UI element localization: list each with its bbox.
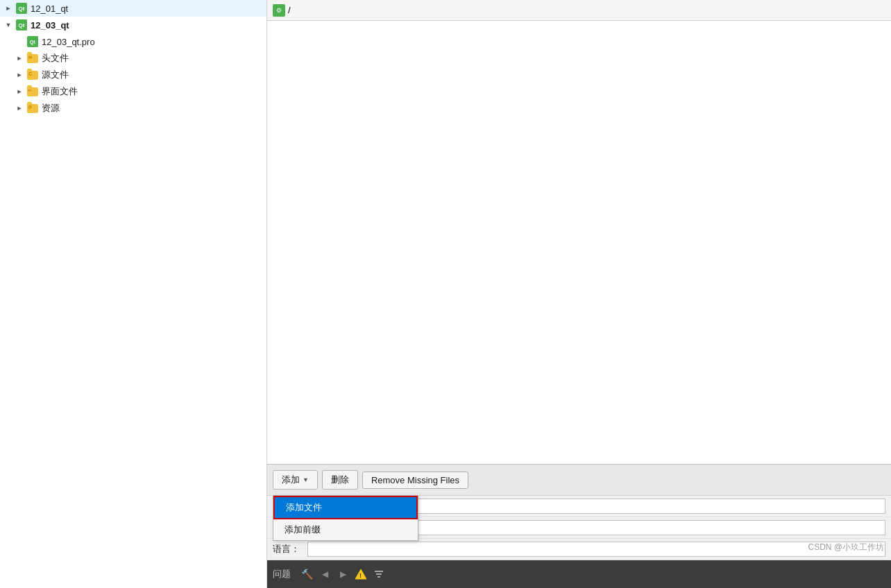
resource-icon: ⚙	[273, 4, 285, 17]
warning-icon[interactable]: !	[353, 567, 368, 582]
qt-file-icon: Qt	[26, 35, 39, 48]
expand-arrow-resources: ►	[14, 103, 25, 114]
status-bar: 问题 🔨 ◀ ▶ !	[267, 560, 891, 588]
sidebar-label-resources: 资源	[42, 102, 60, 114]
dropdown-add-file[interactable]: 添加文件	[273, 496, 418, 519]
watermark: CSDN @小玖工作坊	[808, 542, 884, 553]
sidebar-item-forms[interactable]: ► 界面文件	[0, 83, 266, 100]
expand-arrow-12_01_qt: ►	[3, 3, 14, 14]
sidebar-item-headers[interactable]: ► 头文件	[0, 50, 266, 67]
remove-missing-label: Remove Missing Files	[371, 475, 459, 485]
expand-arrow-12_03_qt: ▼	[3, 19, 14, 31]
folder-h-icon	[26, 52, 39, 64]
add-file-label: 添加文件	[286, 502, 322, 512]
expand-arrow-headers: ►	[14, 53, 25, 64]
folder-ui-icon	[26, 85, 39, 98]
content-area: ⚙ / 添加 ▼ 删除 Remove Missing Files 添加文件	[267, 0, 891, 588]
sidebar-item-12_01_qt[interactable]: ► Qt 12_01_qt	[0, 0, 266, 17]
sidebar-label-12_01_qt: 12_01_qt	[31, 3, 68, 14]
add-label: 添加	[282, 474, 300, 486]
folder-cpp-icon	[26, 69, 39, 81]
sidebar-label-12_03_qt: 12_03_qt	[31, 20, 69, 31]
sidebar-item-sources[interactable]: ► 源文件	[0, 67, 266, 83]
add-dropdown-menu: 添加文件 添加前缀	[273, 495, 418, 541]
sidebar-label-forms: 界面文件	[42, 85, 78, 98]
expand-arrow-sources: ►	[14, 69, 25, 80]
remove-missing-button[interactable]: Remove Missing Files	[362, 472, 468, 489]
hammer-icon[interactable]: 🔨	[299, 567, 314, 582]
expand-arrow-forms: ►	[14, 86, 25, 97]
qt-project-icon-12_01: Qt	[15, 2, 28, 15]
prop-row-language: 语言：	[267, 539, 891, 560]
sidebar-item-resources[interactable]: ► 资源	[0, 100, 266, 116]
path-label: /	[288, 5, 291, 15]
sidebar-item-12_03_qt[interactable]: ▼ Qt 12_03_qt	[0, 17, 266, 33]
sidebar-label-pro: 12_03_qt.pro	[42, 37, 95, 47]
sidebar-label-sources: 源文件	[42, 69, 69, 81]
problems-label: 问题	[273, 568, 291, 580]
dropdown-add-prefix[interactable]: 添加前缀	[273, 519, 418, 540]
top-bar: ⚙ /	[267, 0, 891, 21]
delete-label: 删除	[331, 474, 349, 485]
forward-icon[interactable]: ▶	[335, 567, 350, 582]
language-input[interactable]	[307, 542, 885, 557]
language-label: 语言：	[273, 543, 307, 555]
sidebar-item-12_03_qt_pro[interactable]: ► Qt 12_03_qt.pro	[0, 33, 266, 50]
qt-project-icon-12_03: Qt	[15, 19, 28, 31]
sidebar: ► Qt 12_01_qt ▼ Qt 12_03_qt ► Qt 12_03_q…	[0, 0, 267, 588]
dropdown-arrow-icon: ▼	[303, 476, 309, 483]
main-layout: ► Qt 12_01_qt ▼ Qt 12_03_qt ► Qt 12_03_q…	[0, 0, 891, 588]
delete-button[interactable]: 删除	[322, 470, 358, 490]
main-content	[267, 21, 891, 464]
folder-res-icon	[26, 102, 39, 114]
filter-icon[interactable]	[371, 567, 387, 582]
add-button[interactable]: 添加 ▼	[273, 470, 318, 490]
sidebar-label-headers: 头文件	[42, 52, 69, 64]
add-prefix-label: 添加前缀	[285, 524, 321, 535]
back-icon[interactable]: ◀	[317, 567, 332, 582]
bottom-toolbar: 添加 ▼ 删除 Remove Missing Files 添加文件 添加前缀	[267, 464, 891, 495]
svg-text:!: !	[359, 572, 362, 579]
